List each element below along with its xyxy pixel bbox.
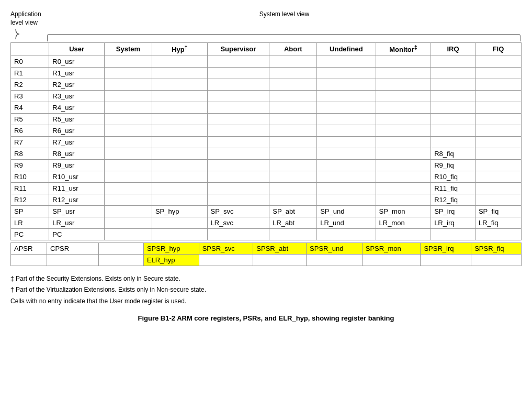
cell-hyp <box>152 182 207 194</box>
cell-irq: R10_fiq <box>431 171 476 182</box>
cell-irq <box>431 67 476 79</box>
cell-undefined <box>317 113 376 125</box>
cell-undefined <box>317 56 376 67</box>
cell-supervisor <box>207 159 269 171</box>
cell-supervisor <box>207 228 269 240</box>
cell-fiq: LR_fiq <box>475 217 521 228</box>
cell-user: R9_usr <box>49 159 105 171</box>
cell-hyp <box>152 159 207 171</box>
cell-supervisor: LR_svc <box>207 217 269 228</box>
spsr-mon-cell: SPSR_mon <box>362 242 421 254</box>
table-row: R7R7_usr <box>11 136 522 148</box>
cell-reg: R8 <box>11 148 49 159</box>
cell-hyp <box>152 67 207 79</box>
spsr-und-cell: SPSR_und <box>307 242 363 254</box>
cell-monitor <box>376 182 431 194</box>
cell-system <box>104 159 152 171</box>
cell-fiq: SP_fiq <box>475 205 521 217</box>
cell-abort <box>269 90 317 102</box>
cell-user: R1_usr <box>49 67 105 79</box>
header-labels: Application level view System level view <box>10 10 522 27</box>
cell-abort <box>269 67 317 79</box>
elr-und-cell <box>307 254 363 266</box>
cell-hyp <box>152 136 207 148</box>
cell-monitor <box>376 90 431 102</box>
col-header-abort: Abort <box>269 43 317 56</box>
table-row: R10R10_usrR10_fiq <box>11 171 522 182</box>
elr-mon-cell <box>362 254 421 266</box>
cell-fiq <box>475 102 521 113</box>
spsr-hyp-cell: SPSR_hyp <box>143 242 199 254</box>
cell-supervisor <box>207 56 269 67</box>
system-bracket <box>47 34 520 41</box>
cell-system <box>104 136 152 148</box>
cell-irq: R8_fiq <box>431 148 476 159</box>
cell-fiq <box>475 90 521 102</box>
footnote-1: ‡ Part of the Security Extensions. Exist… <box>10 273 522 285</box>
cell-supervisor: SP_svc <box>207 205 269 217</box>
col-header-hyp: Hyp† <box>152 43 207 56</box>
cell-irq: LR_irq <box>431 217 476 228</box>
cell-monitor <box>376 113 431 125</box>
cell-irq: R9_fiq <box>431 159 476 171</box>
cell-monitor <box>376 79 431 90</box>
cell-undefined <box>317 228 376 240</box>
cell-undefined: LR_und <box>317 217 376 228</box>
bracket-row <box>10 29 522 41</box>
table-row: R6R6_usr <box>11 125 522 136</box>
cell-monitor <box>376 159 431 171</box>
cell-fiq <box>475 148 521 159</box>
col-header-supervisor: Supervisor <box>207 43 269 56</box>
cell-user: R10_usr <box>49 171 105 182</box>
cell-fiq <box>475 79 521 90</box>
cell-abort <box>269 102 317 113</box>
cell-abort <box>269 148 317 159</box>
table-row: R5R5_usr <box>11 113 522 125</box>
elr-hyp-cell: ELR_hyp <box>143 254 199 266</box>
cell-user: R5_usr <box>49 113 105 125</box>
cell-hyp: SP_hyp <box>152 205 207 217</box>
cell-hyp <box>152 102 207 113</box>
cell-reg: LR <box>11 217 49 228</box>
cell-fiq <box>475 136 521 148</box>
cell-system <box>104 205 152 217</box>
cell-supervisor <box>207 79 269 90</box>
cell-irq <box>431 90 476 102</box>
cell-monitor: LR_mon <box>376 217 431 228</box>
col-header-reg <box>11 43 49 56</box>
cell-fiq <box>475 182 521 194</box>
cell-user: PC <box>49 228 105 240</box>
apsr-reg-cell: APSR <box>11 242 47 254</box>
col-header-monitor: Monitor‡ <box>376 43 431 56</box>
col-header-irq: IRQ <box>431 43 476 56</box>
table-row: R9R9_usrR9_fiq <box>11 159 522 171</box>
cell-user: R12_usr <box>49 194 105 205</box>
cell-irq <box>431 56 476 67</box>
cell-hyp <box>152 56 207 67</box>
cell-reg: R6 <box>11 125 49 136</box>
cell-user: R11_usr <box>49 182 105 194</box>
cell-supervisor <box>207 136 269 148</box>
cell-supervisor <box>207 182 269 194</box>
cell-user: R0_usr <box>49 56 105 67</box>
app-bracket <box>10 29 47 41</box>
col-header-fiq: FIQ <box>475 43 521 56</box>
cell-irq <box>431 113 476 125</box>
cell-reg: R3 <box>11 90 49 102</box>
cell-monitor <box>376 148 431 159</box>
cell-user: SP_usr <box>49 205 105 217</box>
cell-system <box>104 125 152 136</box>
cell-fiq <box>475 171 521 182</box>
col-header-user: User <box>49 43 105 56</box>
elr-abt-cell <box>253 254 307 266</box>
cell-hyp <box>152 148 207 159</box>
cell-hyp <box>152 194 207 205</box>
cell-supervisor <box>207 113 269 125</box>
cell-monitor <box>376 136 431 148</box>
cell-supervisor <box>207 171 269 182</box>
cell-reg: R2 <box>11 79 49 90</box>
footnotes: ‡ Part of the Security Extensions. Exist… <box>10 273 522 307</box>
cell-fiq <box>475 125 521 136</box>
cell-reg: R1 <box>11 67 49 79</box>
cell-abort <box>269 171 317 182</box>
